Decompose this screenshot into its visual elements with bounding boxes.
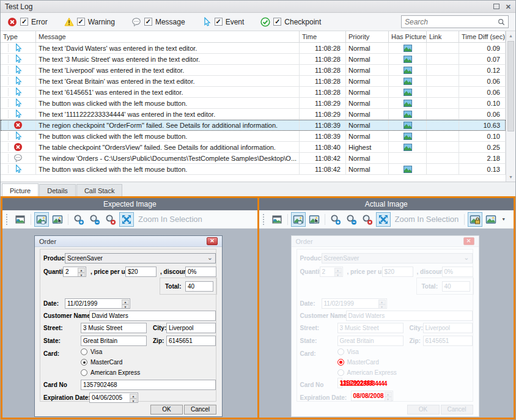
expected-image-canvas[interactable]: Order Product: ScreenSaver Quantity: 2 ,…: [2, 229, 257, 418]
table-row[interactable]: The text '1111222233334444' was entered …: [1, 109, 506, 120]
select-mode-button[interactable]: [307, 212, 322, 227]
chevron-down-icon[interactable]: [499, 217, 507, 221]
picture-icon: [404, 144, 412, 151]
table-row[interactable]: The text '6145651' was entered in the te…: [1, 87, 506, 98]
row-time-diff: 0.06: [459, 109, 506, 119]
row-time-diff: 2.18: [459, 153, 506, 163]
select-mode-button[interactable]: [50, 212, 65, 227]
row-time-diff: 0.10: [459, 131, 506, 141]
event-checkbox[interactable]: [215, 18, 223, 26]
checkpoint-label: Checkpoint: [284, 18, 321, 26]
row-message: The text 'Great Britain' was entered in …: [36, 76, 300, 86]
zoom-out-button[interactable]: [344, 212, 359, 227]
city-field: Liverpool: [423, 323, 473, 333]
row-type-cell: [1, 65, 36, 75]
row-message: The window 'Orders - C:\Users\Public\Doc…: [36, 153, 300, 163]
tab-picture[interactable]: Picture: [2, 183, 39, 196]
row-priority: Normal: [346, 153, 389, 163]
actual-image-canvas[interactable]: Order Product: ScreenSaver Quantity: 2 ,…: [259, 229, 514, 418]
customer-name-label: Customer Name:: [300, 312, 349, 319]
actual-image-pane: Actual Image Zoom In Selection: [259, 198, 514, 418]
zip-label: Zip:: [153, 337, 164, 344]
zoom-reset-button[interactable]: [103, 212, 118, 227]
lock-image-button[interactable]: [468, 212, 482, 227]
table-row[interactable]: The text 'David Waters' was entered in t…: [1, 43, 506, 54]
col-link[interactable]: Link: [427, 31, 459, 42]
row-type-cell: [1, 109, 36, 119]
row-type-cell: [1, 87, 36, 97]
warning-label: Warning: [88, 18, 115, 26]
image-options-split-button[interactable]: [484, 212, 498, 227]
toolbar-grip[interactable]: [263, 214, 265, 225]
col-message[interactable]: Message: [36, 31, 300, 42]
zoom-in-button[interactable]: [72, 212, 86, 227]
row-has-picture: [389, 98, 427, 108]
pan-mode-button[interactable]: [34, 212, 49, 227]
open-image-editor-button[interactable]: [13, 212, 28, 227]
col-time[interactable]: Time: [300, 31, 346, 42]
date-field: 11/02/1999: [322, 298, 387, 309]
col-type[interactable]: Type: [1, 31, 36, 42]
row-has-picture: [389, 65, 427, 75]
checkpoint-checkbox[interactable]: [273, 18, 281, 26]
table-row[interactable]: The button was clicked with the left mou…: [1, 164, 506, 175]
zoom-out-button[interactable]: [87, 212, 102, 227]
expiration-date-field: 04/06/2005: [89, 392, 138, 403]
float-window-icon[interactable]: [493, 4, 499, 9]
state-field: Great Britain: [337, 336, 404, 346]
radio-visa: Visa: [337, 348, 359, 355]
close-icon[interactable]: [506, 4, 511, 10]
table-row[interactable]: The button was clicked with the left mou…: [1, 98, 506, 109]
scroll-up-icon[interactable]: [506, 31, 515, 40]
tab-details[interactable]: Details: [39, 184, 76, 196]
toolbar-grip[interactable]: [6, 214, 9, 225]
scroll-down-icon[interactable]: [506, 172, 515, 182]
message-checkbox[interactable]: [144, 18, 152, 26]
event-icon: [13, 98, 23, 108]
error-checkbox[interactable]: [20, 18, 28, 26]
col-time-diff[interactable]: Time Diff (sec): [459, 31, 506, 42]
tree-indent: [8, 44, 9, 52]
error-icon: [13, 142, 23, 152]
price-field: $20: [125, 267, 157, 277]
search-input[interactable]: [405, 18, 498, 26]
order-dialog-title: Order: [39, 238, 56, 245]
expiration-date-label: Expiration Date:: [300, 394, 347, 401]
card-label: Card:: [43, 350, 59, 357]
table-row[interactable]: The text 'Great Britain' was entered in …: [1, 76, 506, 87]
tree-indent: [8, 55, 9, 63]
street-label: Street:: [300, 325, 320, 331]
order-dialog-titlebar: Order: [35, 236, 222, 247]
table-row[interactable]: The table checkpoint "OrdersView" failed…: [1, 142, 506, 153]
row-time: 11:08:42: [300, 164, 346, 174]
zoom-in-selection-label: Zoom In Selection: [395, 215, 459, 224]
table-row[interactable]: The text '3 Music Street' was entered in…: [1, 54, 506, 65]
message-icon: [13, 153, 23, 163]
table-row[interactable]: The text 'Liverpool' was entered in the …: [1, 65, 506, 76]
zip-field: 6145651: [166, 336, 216, 346]
vertical-scrollbar[interactable]: [506, 31, 515, 182]
warning-checkbox[interactable]: [77, 18, 85, 26]
pan-mode-button[interactable]: [291, 212, 306, 227]
zoom-in-button[interactable]: [328, 212, 343, 227]
discount-field: 0%: [185, 267, 216, 277]
table-row[interactable]: The window 'Orders - C:\Users\Public\Doc…: [1, 153, 506, 164]
col-priority[interactable]: Priority: [346, 31, 389, 42]
col-has-picture[interactable]: Has Picture: [389, 31, 427, 42]
zoom-in-selection-label: Zoom In Selection: [138, 215, 202, 224]
table-row[interactable]: The region checkpoint "OrderForm" failed…: [1, 120, 506, 131]
row-has-picture: [389, 87, 427, 97]
row-time: 11:08:29: [300, 98, 346, 108]
open-image-editor-button[interactable]: [270, 212, 284, 227]
zoom-reset-button[interactable]: [360, 212, 375, 227]
zoom-in-selection-button[interactable]: [376, 212, 391, 227]
row-time: 11:08:28: [300, 65, 346, 75]
tab-call-stack[interactable]: Call Stack: [76, 184, 123, 196]
scrollbar-thumb[interactable]: [507, 41, 514, 131]
zoom-in-selection-button[interactable]: [119, 212, 134, 227]
picture-icon: [404, 56, 412, 63]
row-message: The region checkpoint "OrderForm" failed…: [36, 120, 300, 130]
cancel-button: Cancel: [184, 405, 216, 414]
row-time-diff: 0.12: [459, 65, 506, 75]
table-row[interactable]: The button was clicked with the left mou…: [1, 131, 506, 142]
